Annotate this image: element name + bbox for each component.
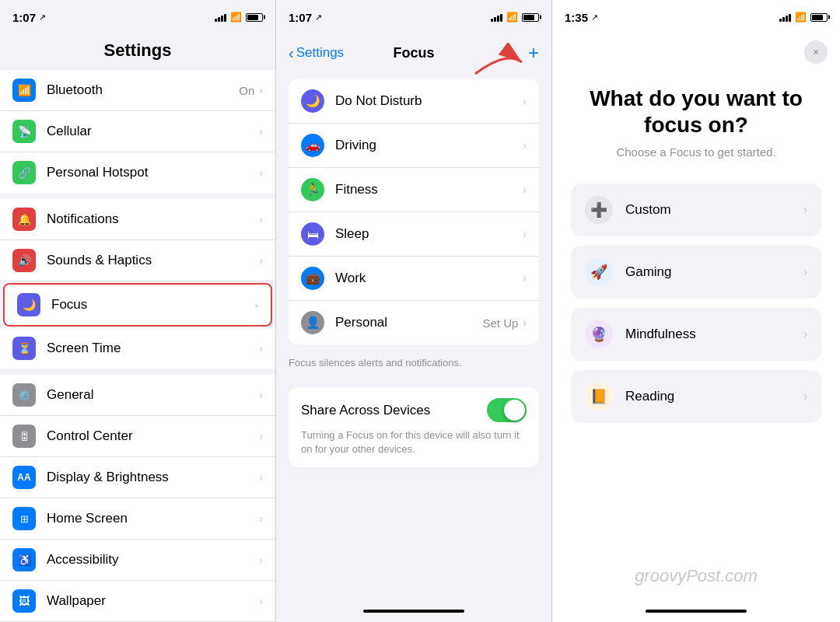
reading-label: Reading xyxy=(625,389,803,404)
focus-item-dnd[interactable]: 🌙 Do Not Disturb › xyxy=(289,79,539,124)
settings-item-focus[interactable]: 🌙 Focus › xyxy=(3,283,272,327)
choice-header: × xyxy=(552,34,840,70)
settings-item-wallpaper[interactable]: 🖼 Wallpaper › xyxy=(0,581,275,622)
driving-label: Driving xyxy=(335,138,523,153)
choice-time: 1:35 xyxy=(565,11,588,24)
back-label: Settings xyxy=(296,45,344,61)
focus-description: Focus silences alerts and notifications. xyxy=(276,351,551,381)
battery-icon xyxy=(246,13,263,22)
share-toggle[interactable] xyxy=(487,398,527,422)
choice-item-reading[interactable]: 📙 Reading › xyxy=(571,370,821,423)
settings-item-hotspot[interactable]: 🔗 Personal Hotspot › xyxy=(0,152,275,199)
sounds-icon: 🔊 xyxy=(12,249,36,272)
personal-chevron: › xyxy=(523,316,527,329)
choice-subtitle: Choose a Focus to get started. xyxy=(552,145,840,177)
focus-item-personal[interactable]: 👤 Personal Set Up › xyxy=(289,301,539,344)
work-chevron: › xyxy=(523,272,527,285)
control-chevron: › xyxy=(259,430,263,442)
focus-nav-wrapper: ‹ Settings Focus + xyxy=(276,34,551,73)
cellular-chevron: › xyxy=(259,125,263,138)
choice-items-list: ➕ Custom › 🚀 Gaming › 🔮 Mindfulness › 📙 xyxy=(552,177,840,429)
settings-item-cellular[interactable]: 📡 Cellular › xyxy=(0,111,275,152)
wallpaper-icon: 🖼 xyxy=(12,589,36,613)
settings-item-screentime[interactable]: ⏳ Screen Time › xyxy=(0,328,275,375)
focus-bar-2 xyxy=(494,17,496,22)
focus-status-icons: 📶 xyxy=(491,12,539,23)
notifications-icon: 🔔 xyxy=(12,208,36,231)
share-subtext: Turning a Focus on for this device will … xyxy=(301,428,527,456)
mindfulness-label: Mindfulness xyxy=(625,327,803,342)
focus-back-button[interactable]: ‹ Settings xyxy=(289,44,344,62)
personal-label: Personal xyxy=(335,315,482,330)
watermark-text: groovyPost.com xyxy=(635,566,758,586)
driving-chevron: › xyxy=(523,139,527,152)
choice-bar-1 xyxy=(779,19,782,22)
control-label: Control Center xyxy=(47,428,259,444)
custom-label: Custom xyxy=(625,202,803,218)
settings-item-notifications[interactable]: 🔔 Notifications › xyxy=(0,199,275,240)
settings-item-bluetooth[interactable]: 📶 Bluetooth On › xyxy=(0,70,275,111)
work-icon: 💼 xyxy=(301,267,324,290)
settings-item-general[interactable]: ⚙️ General › xyxy=(0,375,275,416)
focus-item-driving[interactable]: 🚗 Driving › xyxy=(289,124,539,168)
sounds-chevron: › xyxy=(259,254,263,267)
choice-item-mindfulness[interactable]: 🔮 Mindfulness › xyxy=(571,308,821,361)
share-row: Share Across Devices xyxy=(301,398,527,422)
settings-item-control[interactable]: 🎛 Control Center › xyxy=(0,416,275,457)
screentime-chevron: › xyxy=(259,342,263,355)
sleep-label: Sleep xyxy=(335,226,523,242)
watermark-container: groovyPost.com xyxy=(552,429,840,610)
close-button[interactable]: × xyxy=(804,40,828,64)
settings-panel: 1:07 ↗ 📶 Settings 📶 Bluetooth On › xyxy=(0,0,276,622)
bluetooth-value: On xyxy=(239,84,254,97)
choice-battery-icon xyxy=(810,13,828,22)
focus-chevron: › xyxy=(254,299,258,311)
notifications-label: Notifications xyxy=(47,211,259,227)
choice-signal-bars xyxy=(779,12,791,22)
screentime-icon: ⏳ xyxy=(12,337,36,360)
choice-bar-4 xyxy=(789,14,791,22)
focus-panel: 1:07 ↗ 📶 ‹ xyxy=(276,0,552,622)
signal-bar-1 xyxy=(215,19,217,22)
focus-battery-fill xyxy=(523,15,534,20)
focus-home-indicator xyxy=(363,610,464,613)
focus-bar-3 xyxy=(497,16,499,22)
cellular-icon: 📡 xyxy=(12,120,36,143)
settings-item-display[interactable]: AA Display & Brightness › xyxy=(0,457,275,498)
hotspot-chevron: › xyxy=(259,166,263,179)
accessibility-chevron: › xyxy=(259,554,263,566)
focus-home-indicator-container xyxy=(276,610,551,622)
choice-item-gaming[interactable]: 🚀 Gaming › xyxy=(571,246,821,299)
focus-add-button[interactable]: + xyxy=(528,42,539,64)
focus-item-work[interactable]: 💼 Work › xyxy=(289,257,539,301)
wallpaper-label: Wallpaper xyxy=(47,593,259,609)
signal-bar-3 xyxy=(221,16,223,22)
personal-icon: 👤 xyxy=(301,311,324,334)
choice-title: What do you want to focus on? xyxy=(552,70,840,145)
choice-wifi-icon: 📶 xyxy=(795,12,807,23)
focus-time: 1:07 xyxy=(289,11,312,24)
settings-item-homescreen[interactable]: ⊞ Home Screen › xyxy=(0,498,275,540)
focus-item-sleep[interactable]: 🛏 Sleep › xyxy=(289,212,539,257)
share-section: Share Across Devices Turning a Focus on … xyxy=(289,387,539,467)
focus-location-icon: ↗ xyxy=(315,12,322,23)
focus-title: Focus xyxy=(393,45,434,61)
focus-item-fitness[interactable]: 🏃 Fitness › xyxy=(289,168,539,212)
driving-icon: 🚗 xyxy=(301,134,324,157)
homescreen-label: Home Screen xyxy=(47,511,259,526)
toggle-knob xyxy=(504,400,525,421)
screentime-label: Screen Time xyxy=(47,341,259,356)
general-icon: ⚙️ xyxy=(12,383,36,407)
gaming-icon: 🚀 xyxy=(585,258,613,286)
display-chevron: › xyxy=(259,471,263,484)
focus-icon: 🌙 xyxy=(17,293,40,316)
focus-bar-4 xyxy=(500,14,502,22)
focus-battery-icon xyxy=(522,13,539,22)
settings-item-accessibility[interactable]: ♿ Accessibility › xyxy=(0,540,275,581)
choice-bar-3 xyxy=(786,16,788,22)
settings-list: 📶 Bluetooth On › 📡 Cellular › 🔗 Personal… xyxy=(0,70,275,622)
settings-item-sounds[interactable]: 🔊 Sounds & Haptics › xyxy=(0,240,275,281)
choice-home-indicator-container xyxy=(552,610,840,622)
choice-item-custom[interactable]: ➕ Custom › xyxy=(571,183,821,236)
sounds-label: Sounds & Haptics xyxy=(47,253,259,268)
